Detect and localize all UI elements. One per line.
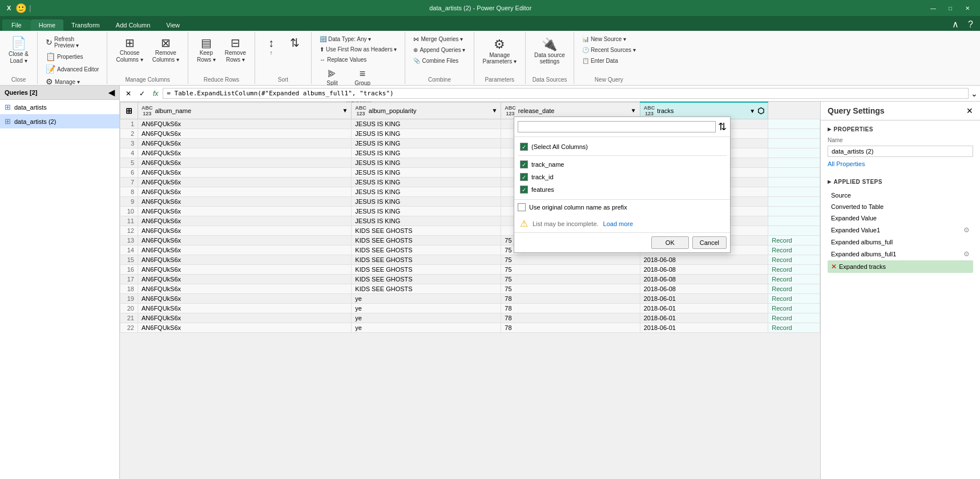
- add-column-tab[interactable]: Add Column: [108, 19, 159, 31]
- filter-album-name-button[interactable]: ▼: [342, 107, 348, 114]
- row-number-cell: 7: [120, 178, 138, 187]
- advanced-editor-button[interactable]: 📝 Advanced Editor: [42, 63, 102, 75]
- transform-tab[interactable]: Transform: [63, 19, 108, 31]
- dropdown-cancel-button[interactable]: Cancel: [692, 236, 727, 249]
- record-link[interactable]: Record: [772, 276, 792, 283]
- track-name-checkbox[interactable]: ✓: [520, 160, 528, 168]
- merge-queries-button[interactable]: ⋈ Merge Queries ▾: [410, 34, 466, 44]
- advanced-editor-label: Advanced Editor: [57, 66, 99, 73]
- release-date-cell: 2018-06-01: [640, 294, 768, 304]
- minimize-button[interactable]: —: [925, 2, 941, 14]
- collapse-ribbon-button[interactable]: ∧: [947, 18, 963, 31]
- filter-tracks-button[interactable]: ▼: [749, 108, 755, 114]
- select-all-icon[interactable]: ⊞: [126, 106, 132, 115]
- record-link[interactable]: Record: [772, 266, 792, 273]
- record-link[interactable]: Record: [772, 324, 792, 331]
- window-title: data_artists (2) - Power Query Editor: [35, 5, 925, 11]
- data-type-button[interactable]: 🔡 Data Type: Any ▾: [316, 34, 374, 44]
- formula-expand-button[interactable]: ⌄: [971, 89, 978, 98]
- features-checkbox[interactable]: ✓: [520, 186, 528, 194]
- combine-files-button[interactable]: 📎 Combine Files: [410, 56, 462, 66]
- close-group-label: Close: [11, 75, 26, 84]
- applied-step-item[interactable]: Expanded albums_full: [828, 236, 973, 248]
- manage-parameters-button[interactable]: ⚙ ManageParameters ▾: [479, 34, 521, 67]
- select-all-checkbox[interactable]: ✓: [520, 143, 528, 151]
- record-link[interactable]: Record: [772, 285, 792, 292]
- album-id-cell: AN6FQUkS6x: [138, 304, 352, 313]
- properties-button[interactable]: 📋 Properties: [42, 50, 87, 63]
- settings-close-button[interactable]: ✕: [966, 106, 973, 115]
- gear-icon[interactable]: ⚙: [963, 250, 970, 258]
- delete-step-icon[interactable]: ✕: [831, 263, 837, 271]
- close-load-button[interactable]: 📄 Close &Load ▾: [5, 34, 33, 67]
- row-number-cell: 22: [120, 323, 138, 333]
- formula-cancel-button[interactable]: ✕: [122, 87, 135, 100]
- album-id-cell: AN6FQUkS6x: [138, 207, 352, 216]
- query-name-input[interactable]: [828, 146, 973, 157]
- track-id-checkbox[interactable]: ✓: [520, 173, 528, 181]
- refresh-icon: ↻: [46, 38, 53, 47]
- title-bar: X 🙂 | data_artists (2) - Power Query Edi…: [0, 0, 980, 16]
- main-layout: Queries [2] ◀ ⊞ data_artists ⊞ data_arti…: [0, 86, 980, 479]
- applied-step-item[interactable]: Expanded Value1⚙: [828, 224, 973, 236]
- applied-step-item[interactable]: Expanded albums_full1⚙: [828, 248, 973, 260]
- formula-input[interactable]: [163, 88, 969, 99]
- append-queries-button[interactable]: ⊕ Append Queries ▾: [410, 45, 469, 55]
- window-controls: — □ ✕: [925, 2, 975, 14]
- expand-tracks-button[interactable]: ⬡: [757, 106, 764, 115]
- choose-columns-button[interactable]: ⊞ ChooseColumns ▾: [112, 34, 147, 66]
- enter-data-button[interactable]: 📋 Enter Data: [579, 56, 622, 66]
- album-name-cell: JESUS IS KING: [352, 216, 501, 226]
- data-source-settings-button[interactable]: 🔌 Data sourcesettings: [530, 34, 569, 67]
- step-name: Expanded albums_full1: [831, 251, 896, 257]
- load-more-link[interactable]: Load more: [603, 220, 634, 227]
- dropdown-search-input[interactable]: [518, 121, 716, 132]
- keep-rows-button[interactable]: ▤ KeepRows ▾: [193, 34, 220, 66]
- maximize-button[interactable]: □: [942, 2, 958, 14]
- record-link[interactable]: Record: [772, 315, 792, 321]
- replace-values-button[interactable]: ↔ Replace Values: [316, 55, 370, 65]
- prefix-checkbox[interactable]: [518, 203, 526, 211]
- applied-step-item[interactable]: Source: [828, 190, 973, 201]
- record-link[interactable]: Record: [772, 237, 792, 244]
- applied-step-item[interactable]: Expanded Value: [828, 212, 973, 224]
- album-id-cell: AN6FQUkS6x: [138, 148, 352, 158]
- remove-rows-button[interactable]: ⊟ RemoveRows ▾: [221, 34, 250, 66]
- sort-desc-button[interactable]: ⇅: [284, 34, 306, 53]
- all-properties-link[interactable]: All Properties: [828, 160, 865, 167]
- sort-az-button[interactable]: ⇅: [718, 120, 727, 133]
- queries-count-label: Queries [2]: [5, 89, 37, 96]
- home-tab[interactable]: Home: [31, 19, 63, 31]
- track-name-item[interactable]: ✓ track_name: [518, 158, 727, 171]
- record-link[interactable]: Record: [772, 247, 792, 253]
- record-link[interactable]: Record: [772, 305, 792, 312]
- refresh-preview-button[interactable]: ↻ RefreshPreview ▾: [42, 34, 82, 50]
- filter-release-date-button[interactable]: ▼: [631, 107, 636, 114]
- help-button[interactable]: ?: [963, 18, 978, 31]
- record-link[interactable]: Record: [772, 295, 792, 302]
- recent-sources-button[interactable]: 🕐 Recent Sources ▾: [579, 45, 639, 55]
- applied-step-item[interactable]: ✕Expanded tracks: [828, 260, 973, 273]
- new-source-button[interactable]: 📊 New Source ▾: [579, 34, 630, 44]
- remove-columns-button[interactable]: ⊠ RemoveColumns ▾: [148, 34, 183, 66]
- tracks-cell: [768, 178, 820, 187]
- album-name-cell: ye: [352, 304, 501, 313]
- record-link[interactable]: Record: [772, 256, 792, 263]
- track-id-item[interactable]: ✓ track_id: [518, 171, 727, 183]
- formula-confirm-button[interactable]: ✓: [136, 87, 148, 100]
- sort-asc-button[interactable]: ↕ ↑: [260, 34, 283, 59]
- gear-icon[interactable]: ⚙: [963, 226, 970, 234]
- query-item-1[interactable]: ⊞ data_artists: [0, 100, 119, 114]
- query-item-2[interactable]: ⊞ data_artists (2): [0, 114, 119, 128]
- close-button[interactable]: ✕: [959, 2, 975, 14]
- features-item[interactable]: ✓ features: [518, 183, 727, 196]
- collapse-panel-button[interactable]: ◀: [108, 88, 115, 97]
- view-tab[interactable]: View: [158, 19, 188, 31]
- applied-step-item[interactable]: Converted to Table: [828, 201, 973, 212]
- dropdown-ok-button[interactable]: OK: [651, 236, 689, 249]
- filter-popularity-button[interactable]: ▼: [491, 107, 497, 114]
- use-first-row-button[interactable]: ⬆ Use First Row as Headers ▾: [316, 45, 400, 54]
- file-tab[interactable]: File: [2, 19, 31, 31]
- select-all-columns-item[interactable]: ✓ (Select All Columns): [518, 140, 727, 153]
- album-id-cell: AN6FQUkS6x: [138, 129, 352, 139]
